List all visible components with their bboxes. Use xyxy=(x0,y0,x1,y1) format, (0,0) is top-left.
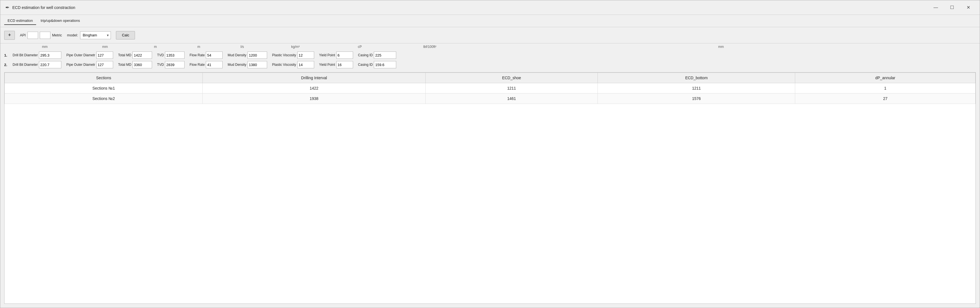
row-1-total-md-input[interactable] xyxy=(132,51,152,59)
row-2-total-md-label: Total MD xyxy=(118,63,131,67)
row-1-yield-point-input[interactable] xyxy=(336,51,353,59)
row-2-casing-id-label: Casing ID xyxy=(358,63,373,67)
total-md-unit: m xyxy=(154,45,157,49)
row-1-drill-bit: Drill Bit Diameter xyxy=(13,51,61,59)
row-2-pipe-outer: Pipe Outer Diametr xyxy=(66,61,113,68)
row-2-casing-id-input[interactable] xyxy=(374,61,396,68)
mud-density-unit: kg/m³ xyxy=(291,45,300,49)
title-bar: ✒ ECD estimation for well constraction —… xyxy=(0,0,980,15)
row-1-drill-bit-input[interactable] xyxy=(39,51,61,59)
unit-box-1[interactable] xyxy=(27,32,38,39)
menu-item-ecd-estimation[interactable]: ECD estimation xyxy=(4,17,36,25)
row-1-yield-point-label: Yield Point xyxy=(319,53,335,57)
results-table-wrapper: Sections Drilling Interval ECD_shoe ECD_… xyxy=(4,72,976,304)
plastic-visc-unit: cP xyxy=(358,45,362,49)
col-ecd-shoe: ECD_shoe xyxy=(425,73,598,83)
row-1-tvd-input[interactable] xyxy=(165,51,185,59)
row-2-yield-point-label: Yield Point xyxy=(319,63,335,67)
data-rows-section: 1. Drill Bit Diameter Pipe Outer Diametr… xyxy=(0,49,980,72)
metric-label: Metric xyxy=(52,33,62,37)
drill-bit-unit: mm xyxy=(42,45,48,49)
row-1-drill-bit-label: Drill Bit Diameter xyxy=(13,53,38,57)
row-2-pipe-outer-input[interactable] xyxy=(96,61,113,68)
row-1-pipe-outer: Pipe Outer Diametr xyxy=(66,51,113,59)
row-1-casing-id: Casing ID xyxy=(358,51,396,59)
window-title: ECD estimation for well constraction xyxy=(12,5,75,10)
title-bar-controls: — ☐ ✕ xyxy=(929,3,975,12)
row-1-total-md-label: Total MD xyxy=(118,53,131,57)
result-row2-dp-annular: 27 xyxy=(795,94,975,104)
result-row1-ecd-shoe: 1211 xyxy=(425,83,598,94)
row-1-pipe-outer-input[interactable] xyxy=(96,51,113,59)
unit-group: API Metric xyxy=(20,32,62,39)
row-2-tvd-input[interactable] xyxy=(165,61,185,68)
results-table: Sections Drilling Interval ECD_shoe ECD_… xyxy=(5,73,975,104)
row-2-drill-bit-input[interactable] xyxy=(39,61,61,68)
result-row1-ecd-bottom: 1211 xyxy=(598,83,795,94)
row-2-plastic-visc-label: Plastic Viscosity xyxy=(272,63,296,67)
calc-button[interactable]: Calc xyxy=(116,31,135,40)
result-row2-ecd-shoe: 1461 xyxy=(425,94,598,104)
row-1-plastic-visc: Plastic Viscosity xyxy=(272,51,314,59)
row-1-casing-id-input[interactable] xyxy=(374,51,396,59)
yield-point-unit: lbf/100ft² xyxy=(423,45,436,49)
row-1-casing-id-label: Casing ID xyxy=(358,53,373,57)
result-row2-sections: Sections №2 xyxy=(5,94,203,104)
data-area: mm mm m m l/s kg/m³ cP xyxy=(0,43,980,308)
row-2-plastic-visc-input[interactable] xyxy=(298,61,314,68)
results-table-header-row: Sections Drilling Interval ECD_shoe ECD_… xyxy=(5,73,975,83)
row-2-drill-bit: Drill Bit Diameter xyxy=(13,61,61,68)
row-1-yield-point: Yield Point xyxy=(319,51,353,59)
row-2-pipe-outer-label: Pipe Outer Diametr xyxy=(66,63,95,67)
flow-rate-unit: l/s xyxy=(240,45,244,49)
model-select[interactable]: Bingham Power Law HB xyxy=(80,31,111,39)
row-2-flow-rate-input[interactable] xyxy=(206,61,223,68)
pipe-outer-unit: mm xyxy=(102,45,108,49)
result-row1-drilling-interval: 1422 xyxy=(203,83,426,94)
data-row-1: 1. Drill Bit Diameter Pipe Outer Diametr… xyxy=(4,51,976,59)
add-button[interactable]: + xyxy=(4,31,15,40)
main-window: ✒ ECD estimation for well constraction —… xyxy=(0,0,980,308)
tvd-unit: m xyxy=(197,45,200,49)
model-label: model: xyxy=(67,33,78,37)
row-1-plastic-visc-label: Plastic Viscosity xyxy=(272,53,296,57)
row-2-yield-point-input[interactable] xyxy=(336,61,353,68)
row-2-tvd-label: TVD xyxy=(157,63,164,67)
col-sections: Sections xyxy=(5,73,203,83)
col-drilling-interval: Drilling Interval xyxy=(203,73,426,83)
api-label: API xyxy=(20,33,26,37)
title-bar-left: ✒ ECD estimation for well constraction xyxy=(5,5,75,11)
menu-item-trip-operations[interactable]: trip/up&down operations xyxy=(37,17,83,25)
row-2-mud-density-input[interactable] xyxy=(248,61,267,68)
row-1-pipe-outer-label: Pipe Outer Diametr xyxy=(66,53,95,57)
row-1-tvd: TVD xyxy=(157,51,185,59)
app-icon: ✒ xyxy=(5,5,10,11)
model-select-wrapper: Bingham Power Law HB ▼ xyxy=(80,31,111,39)
table-row: Sections №1 1422 1211 1211 1 xyxy=(5,83,975,94)
col-dp-annular: dP_annular xyxy=(795,73,975,83)
row-2-flow-rate: Flow Rate xyxy=(189,61,223,68)
row-1-flow-rate: Flow Rate xyxy=(189,51,223,59)
result-row2-drilling-interval: 1938 xyxy=(203,94,426,104)
row-1-flow-rate-label: Flow Rate xyxy=(189,53,205,57)
units-header: mm mm m m l/s kg/m³ cP xyxy=(0,43,980,49)
row-2-flow-rate-label: Flow Rate xyxy=(189,63,205,67)
row-1-plastic-visc-input[interactable] xyxy=(298,51,314,59)
row-2-num: 2. xyxy=(4,63,13,67)
data-row-2: 2. Drill Bit Diameter Pipe Outer Diametr… xyxy=(4,61,976,68)
row-2-plastic-visc: Plastic Viscosity xyxy=(272,61,314,68)
result-row1-sections: Sections №1 xyxy=(5,83,203,94)
row-1-mud-density-input[interactable] xyxy=(248,51,267,59)
row-1-total-md: Total MD xyxy=(118,51,152,59)
maximize-button[interactable]: ☐ xyxy=(945,3,958,12)
close-button[interactable]: ✕ xyxy=(962,3,975,12)
row-2-tvd: TVD xyxy=(157,61,185,68)
col-ecd-bottom: ECD_bottom xyxy=(598,73,795,83)
row-1-flow-rate-input[interactable] xyxy=(206,51,223,59)
table-row: Sections №2 1938 1461 1576 27 xyxy=(5,94,975,104)
row-2-total-md-input[interactable] xyxy=(132,61,152,68)
result-row2-ecd-bottom: 1576 xyxy=(598,94,795,104)
unit-box-2[interactable] xyxy=(40,32,50,39)
minimize-button[interactable]: — xyxy=(929,3,942,12)
result-row1-dp-annular: 1 xyxy=(795,83,975,94)
